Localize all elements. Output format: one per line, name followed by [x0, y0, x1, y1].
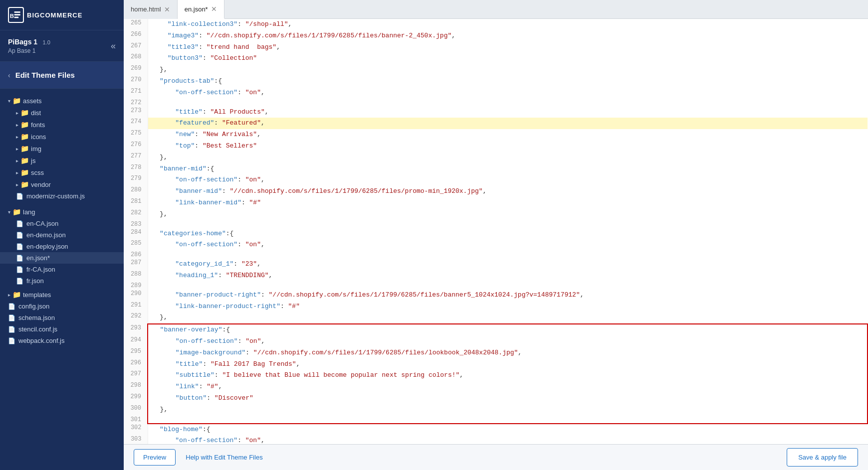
file-en-ca-json[interactable]: 📄 en-CA.json: [0, 218, 124, 229]
chevron-right-icon: ▸: [16, 110, 18, 116]
line-number: 288: [124, 270, 148, 282]
folder-icon: 📁: [20, 121, 29, 129]
tab-en-json-label: en.json*: [185, 5, 208, 13]
code-lines: 265 "link-collection3": "/shop-all",266 …: [124, 19, 868, 444]
folder-vendor[interactable]: ▸ 📁 vendor: [0, 178, 124, 190]
line-content: [148, 99, 868, 107]
file-fr-json[interactable]: 📄 fr.json: [0, 275, 124, 287]
line-number: 280: [124, 186, 148, 197]
line-content: "on-off-section": "on",: [148, 336, 868, 347]
table-row: 298 "link": "#",: [124, 381, 868, 393]
chevron-down-icon: ▾: [8, 209, 10, 215]
line-content: "link-banner-mid": "#": [148, 197, 868, 209]
line-number: 273: [124, 107, 148, 118]
line-number: 278: [124, 163, 148, 175]
file-fr-label: fr.json: [26, 277, 44, 285]
table-row: 278 "banner-mid":{: [124, 163, 868, 175]
line-number: 303: [124, 435, 148, 444]
line-number: 287: [124, 259, 148, 270]
line-number: 284: [124, 228, 148, 240]
file-fr-ca-json[interactable]: 📄 fr-CA.json: [0, 264, 124, 275]
file-en-deploy-json[interactable]: 📄 en-deploy.json: [0, 241, 124, 252]
folder-dist-label: dist: [31, 109, 41, 117]
table-row: 291 "link-banner-product-right": "#": [124, 301, 868, 313]
file-stencil-conf[interactable]: 📄 stencil.conf.js: [0, 323, 124, 335]
svg-rect-3: [14, 14, 20, 15]
tab-close-icon[interactable]: ✕: [164, 6, 170, 13]
line-content: [148, 416, 868, 424]
table-row: 284 "categories-home":{: [124, 228, 868, 240]
line-number: 300: [124, 404, 148, 416]
file-schema-json[interactable]: 📄 schema.json: [0, 312, 124, 323]
file-en-demo-json[interactable]: 📄 en-demo.json: [0, 229, 124, 241]
save-apply-button[interactable]: Save & apply file: [787, 448, 858, 467]
sidebar: B BIGCOMMERCE PiBags 1 1.0 Ap Base 1 « ‹…: [0, 0, 124, 470]
line-number: 275: [124, 129, 148, 141]
folder-assets[interactable]: ▾ 📁 assets ▸ 📁 dist ▸ 📁 fonts ▸ 📁: [0, 93, 124, 204]
collapse-sidebar-icon[interactable]: «: [111, 41, 116, 51]
tab-home-html[interactable]: home.html ✕: [124, 0, 178, 19]
line-content: "title": "Fall 2017 Bag Trends",: [148, 359, 868, 370]
table-row: 273 "title": "All Products",: [124, 107, 868, 118]
line-content: "subtitle": "I believe that Blue will be…: [148, 370, 868, 381]
chevron-right-icon: ▸: [16, 134, 18, 140]
folder-icons[interactable]: ▸ 📁 icons: [0, 131, 124, 143]
store-details: PiBags 1 1.0 Ap Base 1: [8, 37, 50, 54]
file-en-json[interactable]: 📄 en.json*: [0, 252, 124, 264]
file-icon: 📄: [8, 326, 15, 333]
file-modernizr[interactable]: 📄 modernizr-custom.js: [0, 190, 124, 202]
file-webpack-conf[interactable]: 📄 webpack.conf.js: [0, 335, 124, 346]
line-content: "on-off-section": "on",: [148, 435, 868, 444]
folder-img[interactable]: ▸ 📁 img: [0, 143, 124, 155]
table-row: 282 },: [124, 209, 868, 220]
folder-lang-label: lang: [23, 208, 35, 216]
file-icon: 📄: [16, 220, 23, 227]
table-row: 275 "new": "New Arrivals",: [124, 129, 868, 141]
table-row: 272: [124, 99, 868, 107]
line-number: 296: [124, 359, 148, 370]
line-number: 291: [124, 301, 148, 313]
line-number: 295: [124, 347, 148, 359]
line-number: 279: [124, 174, 148, 186]
table-row: 281 "link-banner-mid": "#": [124, 197, 868, 209]
chevron-down-icon: ▾: [8, 98, 10, 104]
brand-name: BIGCOMMERCE: [27, 11, 82, 19]
tab-en-json[interactable]: en.json* ✕: [178, 0, 224, 19]
line-content: "button3": "Collection": [148, 53, 868, 64]
tab-close-icon[interactable]: ✕: [211, 5, 217, 12]
help-link[interactable]: Help with Edit Theme Files: [186, 454, 262, 461]
line-content: [148, 220, 868, 228]
line-content: "image-background": "//cdn.shopify.com/s…: [148, 347, 868, 359]
logo-icon: B: [8, 7, 24, 23]
back-arrow-icon[interactable]: ‹: [8, 71, 10, 79]
line-content: "on-off-section": "on",: [148, 87, 868, 99]
folder-fonts[interactable]: ▸ 📁 fonts: [0, 119, 124, 131]
table-row: 277 },: [124, 152, 868, 163]
file-en-demo-label: en-demo.json: [26, 231, 66, 239]
table-row: 283: [124, 220, 868, 228]
folder-dist[interactable]: ▸ 📁 dist: [0, 107, 124, 119]
line-content: },: [148, 404, 868, 416]
folder-scss[interactable]: ▸ 📁 scss: [0, 166, 124, 178]
folder-templates[interactable]: ▸ 📁 templates: [0, 289, 124, 301]
svg-text:B: B: [10, 13, 14, 19]
file-en-deploy-label: en-deploy.json: [26, 243, 68, 250]
line-content: "top": "Best Sellers": [148, 141, 868, 152]
preview-button[interactable]: Preview: [134, 449, 176, 466]
line-content: "banner-product-right": "//cdn.shopify.c…: [148, 290, 868, 301]
folder-lang[interactable]: ▾ 📁 lang 📄 en-CA.json 📄 en-demo.json 📄 e…: [0, 204, 124, 289]
sidebar-header: B BIGCOMMERCE: [0, 0, 124, 30]
chevron-right-icon: ▸: [8, 292, 10, 298]
folder-js[interactable]: ▸ 📁 js: [0, 155, 124, 166]
file-icon: 📄: [16, 266, 23, 273]
line-content: "categories-home":{: [148, 228, 868, 240]
table-row: 288 "heading_1": "TRENDDING",: [124, 270, 868, 282]
line-number: 298: [124, 381, 148, 393]
edit-theme-section[interactable]: ‹ Edit Theme Files: [0, 62, 124, 89]
file-config-json[interactable]: 📄 config.json: [0, 301, 124, 312]
store-info: PiBags 1 1.0 Ap Base 1 «: [0, 30, 124, 62]
table-row: 265 "link-collection3": "/shop-all",: [124, 19, 868, 30]
file-fr-ca-label: fr-CA.json: [26, 266, 55, 273]
edit-theme-label: Edit Theme Files: [15, 71, 75, 79]
editor-area[interactable]: 265 "link-collection3": "/shop-all",266 …: [124, 19, 868, 444]
